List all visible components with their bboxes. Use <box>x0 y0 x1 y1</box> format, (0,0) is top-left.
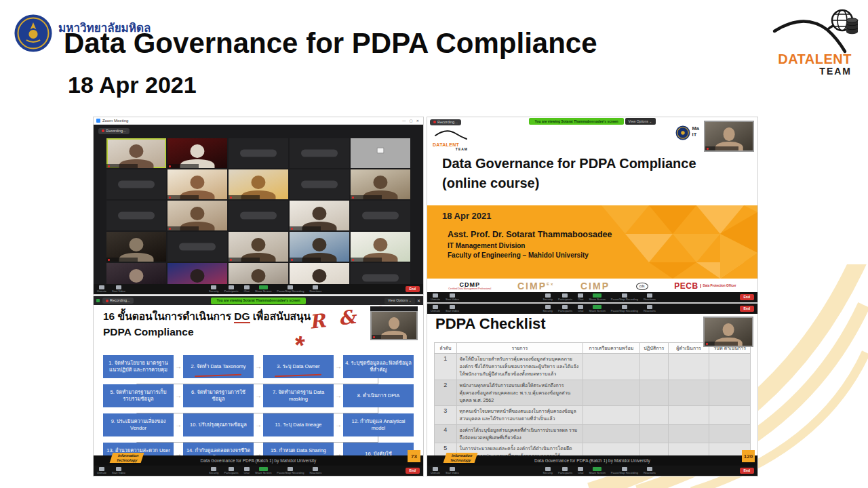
pecb-logo: PECB Data Protection Officer <box>674 282 736 290</box>
participant-video-tile[interactable] <box>229 169 288 199</box>
chat-button[interactable]: Chat <box>243 467 249 474</box>
participant-empty-tile[interactable] <box>229 201 288 230</box>
chat-button[interactable]: Chat <box>578 293 583 301</box>
presenter-division: IT Management Division <box>448 242 612 249</box>
participant-video-tile[interactable] <box>167 201 227 230</box>
checklist-column-header: ลำดับ <box>435 343 457 354</box>
participant-name-pill <box>362 274 399 282</box>
shared-screen-topbar: Recording... You are viewing Sotarat Tha… <box>94 296 423 305</box>
flow-arrow-icon: → <box>334 363 343 370</box>
presenter-webcam-thumbnail[interactable] <box>370 310 418 340</box>
security-button[interactable]: Security <box>543 305 553 312</box>
chat-button[interactable]: Chat <box>243 285 249 293</box>
share-screen-button[interactable]: Share Screen <box>589 305 605 312</box>
participant-video-tile[interactable] <box>229 232 288 262</box>
participants-button[interactable]: Participants <box>224 467 239 474</box>
pause-stop-recording-button[interactable]: Pause/Stop Recording <box>277 285 304 293</box>
participant-empty-tile[interactable] <box>106 169 166 199</box>
participant-video-tile[interactable] <box>106 138 166 168</box>
zoom-toolbar: UnmuteStart VideoSecurityParticipantsCha… <box>94 466 423 476</box>
presenter-webcam-thumbnail[interactable] <box>703 317 753 347</box>
presentation-slide: มหาวิทยาลัยมหิดล Data Governance for PDP… <box>0 0 868 488</box>
unmute-button[interactable]: Unmute <box>431 305 440 312</box>
view-options-button[interactable]: View Options ⌄ <box>384 298 415 304</box>
view-options-button[interactable]: View Options ⌄ <box>625 118 656 125</box>
reactions-button[interactable]: Reactions <box>644 305 656 312</box>
end-button[interactable]: End <box>406 286 420 292</box>
participant-empty-tile[interactable] <box>106 201 166 230</box>
unmute-button[interactable]: Unmute <box>431 293 440 301</box>
end-button[interactable]: End <box>406 468 420 474</box>
chat-button[interactable]: Chat <box>578 305 583 312</box>
cds-logo: cds <box>636 283 648 290</box>
participant-video-tile[interactable] <box>167 169 227 199</box>
participants-button[interactable]: Participants <box>558 305 572 312</box>
share-screen-button[interactable]: Share Screen <box>255 467 271 474</box>
start-video-button[interactable]: Start Video <box>446 293 459 301</box>
recording-button[interactable]: Recording... <box>430 119 461 125</box>
slide-footer: InformationTechnology Data Governance fo… <box>94 455 423 466</box>
participant-video-tile[interactable] <box>351 232 410 262</box>
mahidol-seal-icon <box>675 125 690 140</box>
security-button[interactable]: Security <box>543 293 553 301</box>
participant-empty-tile[interactable] <box>167 232 227 262</box>
window-controls[interactable]: — ▢ ✕ <box>402 119 420 123</box>
participant-empty-tile[interactable] <box>290 169 349 199</box>
participant-name-label <box>167 195 199 199</box>
start-video-button[interactable]: Start Video <box>112 285 125 293</box>
participant-video-tile[interactable] <box>290 232 349 262</box>
participant-video-tile[interactable] <box>290 201 349 230</box>
pause-stop-recording-button[interactable]: Pause/Stop Recording <box>611 293 638 301</box>
end-button[interactable]: End <box>740 468 754 474</box>
step-box-16: 16. บังคับใช้ <box>343 443 414 455</box>
pause-stop-recording-button[interactable]: Pause/Stop Recording <box>277 467 304 474</box>
presenter-webcam-thumbnail[interactable] <box>704 121 754 152</box>
reactions-button[interactable]: Reactions <box>309 285 321 293</box>
participant-empty-tile[interactable] <box>290 138 349 168</box>
share-screen-button[interactable]: Share Screen <box>589 293 605 301</box>
share-screen-button[interactable]: Share Screen <box>589 467 605 474</box>
unmute-button[interactable]: Unmute <box>431 467 440 474</box>
security-button[interactable]: Security <box>209 285 218 293</box>
participant-video-tile[interactable] <box>290 263 349 284</box>
reactions-button[interactable]: Reactions <box>309 467 321 474</box>
unmute-button[interactable]: Unmute <box>97 285 106 293</box>
page-title: Data Governance for PDPA Compliance <box>64 27 597 60</box>
step-box-7: 7. จัดทำมาตรฐาน Data masking <box>263 384 334 407</box>
security-button[interactable]: Security <box>543 467 553 474</box>
share-screen-button[interactable]: Share Screen <box>255 285 271 293</box>
participant-empty-tile[interactable] <box>351 263 410 284</box>
reactions-button[interactable]: Reactions <box>644 293 656 301</box>
participants-button[interactable]: Participants <box>558 467 572 474</box>
participant-video-tile[interactable] <box>106 232 166 262</box>
pause-stop-recording-button[interactable]: Pause/Stop Recording <box>611 467 638 474</box>
end-button[interactable]: End <box>740 306 754 312</box>
start-video-button[interactable]: Start Video <box>446 305 459 312</box>
pause-stop-recording-button[interactable]: Pause/Stop Recording <box>611 305 638 312</box>
chat-button[interactable]: Chat <box>578 467 583 474</box>
flow-connector-line <box>138 378 378 384</box>
participants-button[interactable]: Participants <box>558 293 572 301</box>
participant-video-tile[interactable] <box>167 138 227 168</box>
security-button[interactable]: Security <box>209 467 218 474</box>
participant-video-tile[interactable] <box>106 263 166 284</box>
participants-button[interactable]: Participants <box>224 285 239 293</box>
participant-empty-tile[interactable] <box>351 201 410 230</box>
flow-arrow-icon: → <box>174 392 183 399</box>
end-button[interactable]: End <box>740 294 754 300</box>
zoom-toolbar: UnmuteStart VideoSecurityParticipantsCha… <box>94 284 423 294</box>
participant-video-tile[interactable] <box>167 263 227 284</box>
start-video-button[interactable]: Start Video <box>446 467 459 474</box>
participant-video-tile[interactable] <box>351 169 410 199</box>
reactions-button[interactable]: Reactions <box>644 467 656 474</box>
close-icon[interactable]: ✕ <box>417 298 420 303</box>
start-video-button[interactable]: Start Video <box>112 467 125 474</box>
step-box-15: 15. กำหนด Data Sharing Agreement <box>263 443 334 455</box>
screen-share-tile[interactable] <box>351 138 410 168</box>
recording-dot-icon <box>433 121 436 123</box>
unmute-button[interactable]: Unmute <box>97 467 106 474</box>
participant-video-tile[interactable] <box>229 263 288 284</box>
recording-button[interactable]: Recording... <box>98 128 130 134</box>
participant-empty-tile[interactable] <box>229 138 288 168</box>
participant-name-pill <box>179 243 216 251</box>
